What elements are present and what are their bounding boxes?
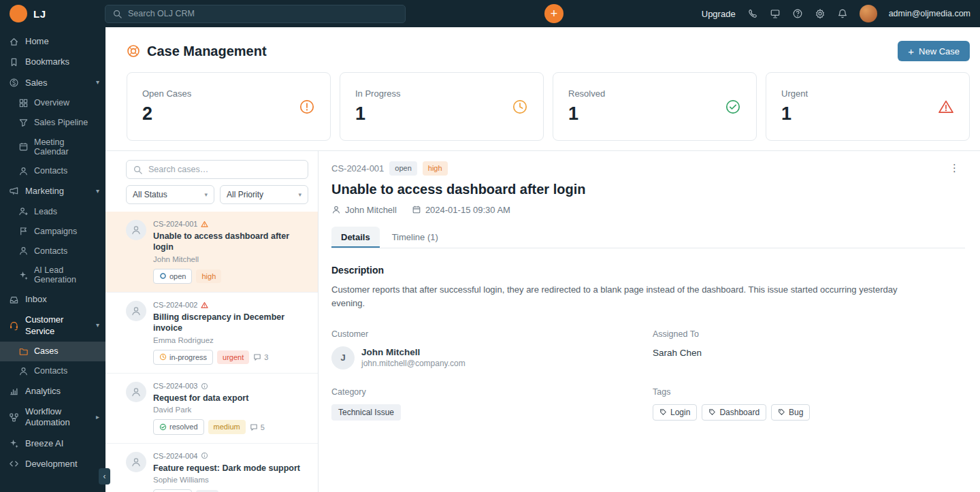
customer-email: john.mitchell@company.com	[361, 359, 466, 368]
notifications-bell-icon[interactable]	[837, 8, 848, 19]
person-icon	[18, 246, 29, 256]
priority-filter[interactable]: All Priority ▾	[220, 185, 308, 204]
sidebar-item-analytics[interactable]: Analytics	[0, 381, 105, 401]
tag-icon	[659, 408, 667, 416]
customer-label: Customer	[331, 329, 653, 339]
priority-badge: high	[423, 161, 448, 176]
case-list-item-cs-2024-004[interactable]: CS-2024-004Feature request: Dark mode su…	[105, 444, 318, 492]
status-filter[interactable]: All Status ▾	[126, 185, 214, 204]
category-label: Category	[331, 387, 653, 397]
sidebar-item-customer-service[interactable]: Customer Service▾	[0, 310, 105, 342]
sidebar-item-cases[interactable]: Cases	[0, 342, 105, 361]
sidebar-item-label: Inbox	[25, 294, 47, 305]
sidebar-item-ai-lead-generation[interactable]: AI Lead Generation	[0, 261, 105, 289]
case-customer: David Park	[153, 406, 308, 414]
stat-card-resolved: Resolved1	[553, 72, 757, 141]
case-created: 2024-01-15 09:30 AM	[425, 205, 510, 215]
sidebar-item-label: Analytics	[25, 386, 61, 397]
chevron-down-icon: ▾	[96, 321, 99, 330]
case-id: CS-2024-003	[153, 382, 197, 390]
sidebar-item-label: Meeting Calendar	[34, 137, 100, 157]
comment-icon	[253, 353, 261, 361]
quick-add-button[interactable]: +	[544, 4, 564, 23]
sidebar-item-contacts[interactable]: Contacts	[0, 361, 105, 381]
stat-label: Resolved	[568, 88, 605, 99]
category-cell: Category Technical Issue	[331, 387, 653, 421]
case-search-input[interactable]	[148, 165, 301, 174]
help-icon[interactable]	[792, 8, 803, 19]
case-list-item-cs-2024-001[interactable]: CS-2024-001Unable to access dashboard af…	[105, 212, 318, 293]
tags-cell: Tags LoginDashboardBug	[653, 387, 965, 421]
case-actions-menu-icon[interactable]: ⋮	[944, 162, 965, 174]
sidebar-item-inbox[interactable]: Inbox	[0, 289, 105, 310]
tag-bug[interactable]: Bug	[771, 404, 810, 421]
avatar	[126, 452, 146, 472]
case-search[interactable]	[126, 160, 308, 179]
plus-icon: +	[908, 46, 914, 56]
detail-info-grid: Customer J John Mitchell john.mitchell@c…	[331, 329, 965, 421]
sidebar-collapse-button[interactable]: ‹	[99, 468, 110, 485]
customer-avatar: J	[331, 346, 355, 370]
sidebar-item-development[interactable]: Development	[0, 454, 105, 474]
sidebar-item-sales-pipeline[interactable]: Sales Pipeline	[0, 113, 105, 133]
sidebar-item-leads[interactable]: Leads	[0, 201, 105, 221]
upgrade-link[interactable]: Upgrade	[702, 9, 736, 19]
inbox-icon	[9, 295, 19, 305]
status-open-icon	[159, 272, 167, 280]
sidebar-item-overview[interactable]: Overview	[0, 93, 105, 113]
sidebar-item-meeting-calendar[interactable]: Meeting Calendar	[0, 133, 105, 161]
case-id: CS-2024-002	[153, 301, 197, 309]
case-list-item-cs-2024-003[interactable]: CS-2024-003Request for data exportDavid …	[105, 374, 318, 444]
settings-gear-icon[interactable]	[815, 8, 826, 19]
phone-icon[interactable]	[747, 8, 758, 19]
stat-card-in-progress: In Progress1	[340, 72, 544, 141]
chevron-down-icon: ▾	[96, 187, 99, 196]
comment-count: 5	[250, 423, 265, 431]
customer-name: John Mitchell	[361, 347, 466, 357]
bookmark-icon	[9, 57, 19, 67]
tab-timeline[interactable]: Timeline (1)	[382, 227, 448, 248]
overview-icon	[18, 98, 29, 108]
global-search[interactable]	[105, 5, 406, 23]
calendar-icon	[18, 142, 29, 152]
sidebar-item-campaigns[interactable]: Campaigns	[0, 221, 105, 241]
description-text: Customer reports that after successful l…	[331, 283, 930, 310]
sidebar-item-breeze-ai[interactable]: Breeze AI	[0, 433, 105, 454]
stat-value: 1	[568, 103, 605, 125]
sidebar-item-home[interactable]: Home	[0, 31, 105, 52]
chevron-right-icon: ▸	[96, 413, 99, 422]
case-list: CS-2024-001Unable to access dashboard af…	[105, 212, 318, 492]
new-case-button[interactable]: + New Case	[898, 41, 970, 61]
person-icon	[131, 457, 142, 468]
global-search-input[interactable]	[128, 9, 398, 18]
user-email[interactable]: admin@oljmedia.com	[889, 9, 970, 18]
presentation-icon[interactable]	[770, 8, 781, 19]
sidebar-item-contacts[interactable]: Contacts	[0, 161, 105, 181]
tag-login[interactable]: Login	[653, 404, 697, 421]
sidebar-item-bookmarks[interactable]: Bookmarks	[0, 52, 105, 72]
case-title: Billing discrepancy in December invoice	[153, 312, 308, 334]
main-content: Case Management + New Case Open Cases2In…	[105, 27, 980, 492]
sidebar-item-contacts[interactable]: Contacts	[0, 241, 105, 261]
case-title: Unable to access dashboard after login	[153, 231, 308, 253]
status-resolved-icon	[159, 423, 167, 431]
sidebar: HomeBookmarksSales▾OverviewSales Pipelin…	[0, 27, 105, 492]
sidebar-item-workflow-automation[interactable]: Workflow Automation▸	[0, 401, 105, 433]
priority-badge: medium	[208, 420, 246, 434]
user-avatar[interactable]	[860, 5, 877, 22]
status-badge: open	[153, 489, 192, 492]
sidebar-item-marketing[interactable]: Marketing▾	[0, 181, 105, 201]
sidebar-item-label: AI Lead Generation	[34, 265, 100, 284]
person-icon	[131, 387, 142, 397]
logo-icon[interactable]	[10, 5, 27, 22]
analytics-icon	[9, 386, 19, 396]
tag-dashboard[interactable]: Dashboard	[702, 404, 766, 421]
case-list-item-cs-2024-002[interactable]: CS-2024-002Billing discrepancy in Decemb…	[105, 293, 318, 374]
priority-warning-icon	[201, 301, 208, 309]
sidebar-item-sales[interactable]: Sales▾	[0, 73, 105, 93]
tab-details[interactable]: Details	[331, 227, 380, 248]
customer-cell: Customer J John Mitchell john.mitchell@c…	[331, 329, 653, 370]
case-customer: Emma Rodriguez	[153, 336, 308, 344]
priority-info-icon	[201, 382, 208, 390]
sidebar-item-label: Workflow Automation	[25, 406, 90, 429]
